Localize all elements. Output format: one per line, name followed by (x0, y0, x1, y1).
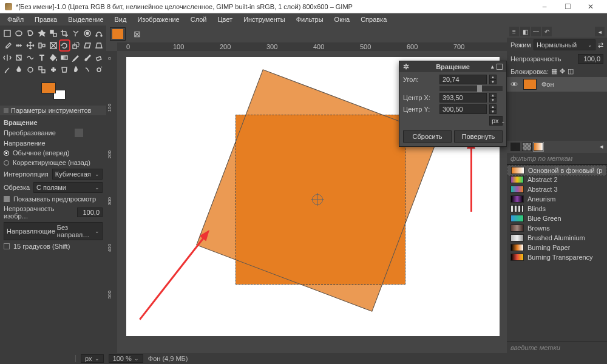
rotate-dialog[interactable]: ✲ Вращение ▴ Угол: ▲▼ Центр X: ▲▼ Центр … (399, 61, 507, 147)
rotation-pivot[interactable] (312, 194, 323, 205)
gradient-item[interactable]: Blinds (507, 204, 607, 214)
tool-foreground-select[interactable] (82, 28, 92, 39)
maximize-button[interactable]: ☐ (556, 0, 579, 13)
eye-icon[interactable]: 👁 (510, 80, 518, 89)
tool-dodge-burn[interactable] (93, 64, 104, 75)
tool-rotate[interactable] (59, 40, 70, 51)
tool-free-select[interactable] (25, 28, 36, 39)
tool-smudge[interactable] (82, 64, 92, 75)
rotate-button[interactable]: Повернуть (454, 130, 503, 143)
fg-bg-colors[interactable] (41, 83, 66, 99)
image-tab-1[interactable] (110, 27, 126, 41)
tab-menu-icon-2[interactable]: ◂ (600, 143, 603, 151)
tool-rect-select[interactable] (2, 28, 13, 39)
gradient-item[interactable]: Aneurism (507, 194, 607, 204)
gradient-item[interactable]: Blue Green (507, 214, 607, 223)
angle-slider[interactable] (439, 86, 503, 91)
rotate-dialog-title[interactable]: ✲ Вращение ▴ (399, 61, 506, 72)
show-preview-checkbox[interactable] (4, 196, 10, 202)
fifteen-deg-checkbox[interactable] (4, 243, 10, 249)
tab-brushes-icon[interactable] (510, 143, 520, 151)
gradient-filter-input[interactable]: фильтр по меткам (507, 153, 607, 164)
tool-mypaint-brush[interactable] (25, 64, 36, 75)
tool-text[interactable] (36, 52, 47, 63)
collapse-icon[interactable]: ▴ (491, 64, 494, 70)
gradient-item[interactable]: Abstract 3 (507, 184, 607, 194)
gradient-item[interactable]: Burning Paper (507, 243, 607, 252)
status-zoom-dropdown[interactable]: 100 %⌄ (109, 354, 143, 363)
radio-corrective[interactable] (4, 160, 9, 166)
gradient-item[interactable]: Brushed Aluminium (507, 233, 607, 243)
transform-selection-icon[interactable] (84, 129, 93, 137)
tool-paths[interactable] (93, 28, 104, 39)
gradient-item[interactable]: Burning Transparency (507, 252, 607, 262)
tool-airbrush[interactable] (2, 64, 13, 75)
tool-color-picker[interactable] (2, 40, 13, 51)
layer-row[interactable]: 👁 Фон (507, 77, 607, 92)
tool-heal[interactable] (48, 64, 58, 75)
tab-menu-icon[interactable]: ◂ (595, 27, 605, 36)
tool-fuzzy-select[interactable] (36, 28, 47, 39)
minimize-button[interactable]: – (533, 0, 556, 13)
unit-dropdown[interactable]: px ⌄ (489, 116, 503, 126)
gear-icon[interactable]: ✲ (403, 62, 409, 71)
menu-Окна[interactable]: Окна (330, 15, 355, 24)
tab-patterns-icon[interactable] (522, 143, 532, 151)
lock-pixels-icon[interactable]: ▦ (551, 67, 557, 75)
tool-clone[interactable] (36, 64, 47, 75)
lock-alpha-icon[interactable]: ◫ (568, 67, 574, 75)
blend-mode-dropdown[interactable]: Нормальный⌄ (534, 39, 595, 50)
mode-switch-icon[interactable]: ⇄ (598, 41, 603, 49)
radio-normal[interactable] (4, 150, 9, 156)
clipping-dropdown[interactable]: С полями⌄ (33, 182, 103, 193)
tool-ellipse-select[interactable] (14, 28, 24, 39)
interpolation-dropdown[interactable]: Кубическая⌄ (52, 169, 103, 180)
transform-layer-icon[interactable] (75, 129, 83, 137)
menu-Вид[interactable]: Вид (110, 15, 132, 24)
menu-Цвет[interactable]: Цвет (212, 15, 237, 24)
angle-input[interactable] (439, 75, 487, 84)
tool-blur[interactable] (71, 64, 81, 75)
status-unit-dropdown[interactable]: px⌄ (81, 354, 104, 363)
tool-perspective[interactable] (93, 40, 104, 51)
tool-warp[interactable] (25, 52, 36, 63)
menu-Слой[interactable]: Слой (186, 15, 212, 24)
tool-pencil[interactable] (71, 52, 81, 63)
tool-perspective-clone[interactable] (59, 64, 70, 75)
menu-Файл[interactable]: Файл (2, 15, 29, 24)
center-y-input[interactable] (439, 104, 487, 114)
close-button[interactable]: ✕ (579, 0, 602, 13)
center-y-spinner[interactable]: ▲▼ (489, 104, 497, 114)
center-x-spinner[interactable]: ▲▼ (489, 93, 503, 103)
center-x-input[interactable] (439, 93, 487, 103)
tool-unified-transform[interactable] (48, 40, 58, 51)
tool-eraser[interactable] (93, 52, 104, 63)
tool-gradient[interactable] (59, 52, 70, 63)
tool-crop[interactable] (59, 28, 70, 39)
menu-Правка[interactable]: Правка (30, 15, 62, 24)
tool-align[interactable] (36, 40, 47, 51)
image-opacity-value[interactable]: 100,0 (77, 207, 103, 217)
gradient-item[interactable]: Browns (507, 223, 607, 233)
tool-shear[interactable] (82, 40, 92, 51)
menu-Инструменты[interactable]: Инструменты (239, 15, 290, 24)
guides-dropdown[interactable]: Направляющие Без направл…⌄ (4, 222, 103, 240)
lock-position-icon[interactable]: ✥ (560, 67, 565, 75)
tool-bucket-fill[interactable] (48, 52, 58, 63)
gradient-list[interactable]: Основной в фоновый (рAbstract 1Abstract … (507, 164, 607, 342)
detach-icon[interactable] (497, 64, 503, 70)
tool-scale[interactable] (71, 40, 81, 51)
reset-button[interactable]: Сбросить (403, 130, 452, 143)
tool-measure[interactable] (14, 40, 24, 51)
tool-cage[interactable] (14, 52, 24, 63)
tab-undo-icon[interactable]: ↶ (542, 27, 552, 36)
angle-spinner[interactable]: ▲▼ (489, 75, 503, 84)
tool-by-color-select[interactable] (48, 28, 58, 39)
image-tab-close[interactable]: ⊠ (129, 27, 145, 41)
gradient-tags-input[interactable]: введите метки (507, 342, 607, 353)
tool-ink[interactable] (14, 64, 24, 75)
tool-move[interactable] (25, 40, 36, 51)
tab-gradients-icon[interactable] (534, 143, 543, 151)
gradient-item[interactable]: Abstract 2 (507, 175, 607, 184)
menu-Справка[interactable]: Справка (356, 15, 392, 24)
